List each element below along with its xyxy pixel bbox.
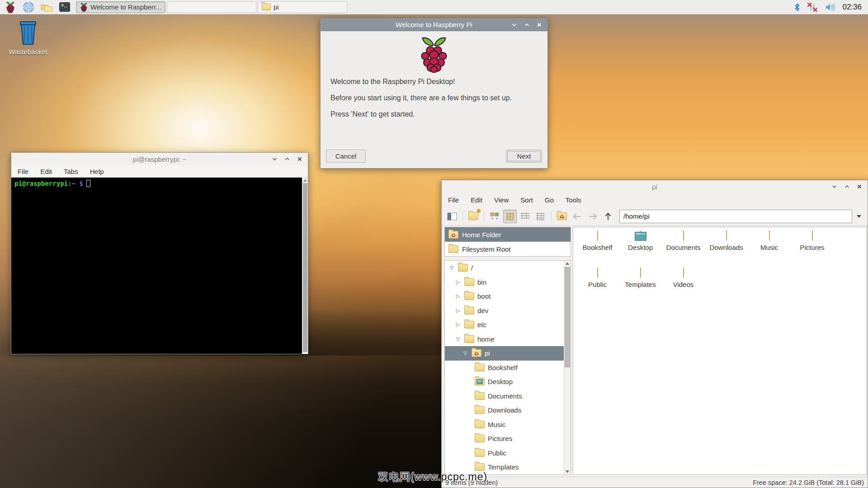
folder-icon: [640, 269, 641, 278]
close-button[interactable]: [536, 21, 543, 28]
file-manager-titlebar[interactable]: pi: [442, 180, 868, 193]
network-disconnected-icon[interactable]: [807, 3, 818, 12]
web-browser-icon[interactable]: [22, 1, 35, 13]
file-item-label: Documents: [666, 244, 701, 251]
icon-view-button[interactable]: [488, 210, 501, 223]
tree-scrollbar[interactable]: [564, 261, 571, 474]
detail-view-button[interactable]: [534, 210, 547, 223]
cancel-button[interactable]: Cancel: [326, 150, 366, 163]
back-button[interactable]: [571, 210, 584, 223]
tree-item[interactable]: ⌂ pi: [445, 346, 571, 361]
minimize-button[interactable]: [830, 183, 838, 190]
expander-icon[interactable]: [455, 293, 461, 299]
file-item-label: Bookshelf: [583, 244, 613, 251]
tree-item[interactable]: ⌂ bin: [445, 275, 571, 290]
Videos[interactable]: Videos: [662, 268, 705, 305]
file-manager-menu-item[interactable]: Sort: [520, 196, 533, 204]
taskbar-task-button[interactable]: pi: [258, 1, 347, 13]
file-manager-menu-item[interactable]: Tools: [566, 196, 581, 204]
terminal-menu-item[interactable]: File: [18, 168, 28, 175]
wastebasket-desktop-icon[interactable]: Wastebasket: [6, 20, 50, 56]
expander-icon[interactable]: [455, 279, 461, 285]
folder-icon: ⌂: [475, 435, 485, 442]
folder-icon: ⌂: [475, 392, 485, 400]
Downloads[interactable]: Downloads: [705, 231, 748, 268]
Templates[interactable]: Templates: [619, 268, 662, 305]
expander-icon[interactable]: [462, 350, 468, 356]
file-manager-title: pi: [442, 183, 868, 191]
Bookshelf[interactable]: Bookshelf: [576, 231, 619, 268]
tree-item[interactable]: ⌂ Desktop: [445, 375, 571, 389]
tree-item[interactable]: ⌂ Downloads: [445, 403, 571, 418]
terminal-scrollbar[interactable]: [302, 178, 308, 354]
tree-item[interactable]: ⌂ dev: [445, 304, 571, 318]
folder-icon: ⌂: [464, 278, 474, 286]
Pictures[interactable]: Pictures: [791, 231, 834, 268]
tree-item[interactable]: ⌂ Documents: [445, 389, 571, 404]
minimize-button[interactable]: [510, 21, 518, 28]
terminal-menu-item[interactable]: Edit: [40, 168, 52, 175]
file-manager-statusbar: 9 items (9 hidden) Free space: 24.2 GiB …: [442, 477, 868, 488]
Music[interactable]: Music: [748, 231, 791, 268]
terminal-output-area[interactable]: pi@raspberrypi:~ $: [11, 178, 308, 354]
close-button[interactable]: [856, 183, 863, 190]
terminal-launcher-icon[interactable]: [58, 1, 71, 13]
terminal-titlebar[interactable]: pi@raspberrypi: ~: [11, 153, 308, 165]
tree-item[interactable]: ⌂ etc: [445, 318, 571, 332]
places-item[interactable]: ⌂ Filesystem Root: [445, 242, 571, 256]
expander-icon[interactable]: [448, 265, 455, 271]
raspberry-icon: [80, 3, 88, 12]
path-dropdown-button[interactable]: [854, 210, 864, 223]
Documents[interactable]: Documents: [662, 231, 705, 268]
place-icon: ⌂: [448, 231, 458, 239]
volume-icon[interactable]: [825, 3, 835, 12]
compact-view-button[interactable]: [519, 210, 532, 223]
tree-item-label: pi: [485, 349, 490, 357]
folder-icon: ⌂: [475, 449, 485, 457]
screen: Wastebasket: [0, 0, 868, 488]
file-manager-menu-item[interactable]: Go: [545, 196, 554, 204]
clock: 02:36: [842, 3, 862, 12]
new-folder-button[interactable]: ✻: [467, 210, 480, 223]
taskbar-task-button[interactable]: Welcome to Raspberr...: [76, 1, 165, 13]
expander-icon[interactable]: [455, 308, 461, 314]
maximize-button[interactable]: [283, 155, 291, 163]
terminal-menu-item[interactable]: Tabs: [64, 168, 78, 175]
places-panel: ⌂ Home Folder ⌂ Filesystem Root: [444, 227, 571, 257]
Desktop[interactable]: Desktop: [619, 231, 662, 268]
maximize-button[interactable]: [523, 21, 530, 28]
forward-button[interactable]: [586, 210, 599, 223]
bluetooth-icon[interactable]: [794, 3, 800, 12]
next-button[interactable]: Next: [506, 150, 542, 163]
expander-icon[interactable]: [455, 336, 461, 342]
minimize-button[interactable]: [271, 155, 278, 163]
tree-item-label: /: [471, 264, 473, 272]
maximize-button[interactable]: [843, 183, 850, 190]
file-manager-menu-item[interactable]: File: [448, 196, 459, 204]
dialog-titlebar[interactable]: Welcome to Raspberry Pi: [321, 19, 547, 31]
home-button[interactable]: ⌂: [555, 210, 569, 223]
file-manager-icon[interactable]: [40, 1, 53, 13]
tree-item[interactable]: ⌂ home: [445, 332, 571, 347]
expander-icon[interactable]: [455, 322, 461, 328]
terminal-window-title: pi@raspberrypi: ~: [11, 155, 308, 163]
menu-raspberry-icon[interactable]: [4, 1, 17, 13]
grid-view-button[interactable]: [503, 210, 517, 223]
tree-item[interactable]: ⌂ Bookshelf: [445, 361, 571, 375]
close-button[interactable]: [296, 155, 303, 163]
tree-item[interactable]: ⌂ Pictures: [445, 432, 571, 446]
tree-item[interactable]: ⌂ Public: [445, 446, 571, 460]
terminal-menu-item[interactable]: Help: [90, 168, 104, 175]
Public[interactable]: Public: [576, 268, 619, 305]
places-item[interactable]: ⌂ Home Folder: [445, 227, 571, 242]
file-item-label: Pictures: [800, 244, 824, 251]
taskbar-task-button[interactable]: pi@raspberrypi: ~: [167, 1, 256, 13]
up-button[interactable]: [601, 210, 615, 223]
toggle-sidepane-button[interactable]: [445, 210, 459, 223]
tree-item[interactable]: ⌂ /: [445, 261, 571, 275]
tree-item[interactable]: ⌂ Music: [445, 418, 571, 432]
file-manager-menu-item[interactable]: Edit: [471, 196, 482, 204]
file-manager-menu-item[interactable]: View: [494, 196, 509, 204]
path-input[interactable]: [619, 210, 852, 223]
tree-item[interactable]: ⌂ boot: [445, 289, 571, 304]
